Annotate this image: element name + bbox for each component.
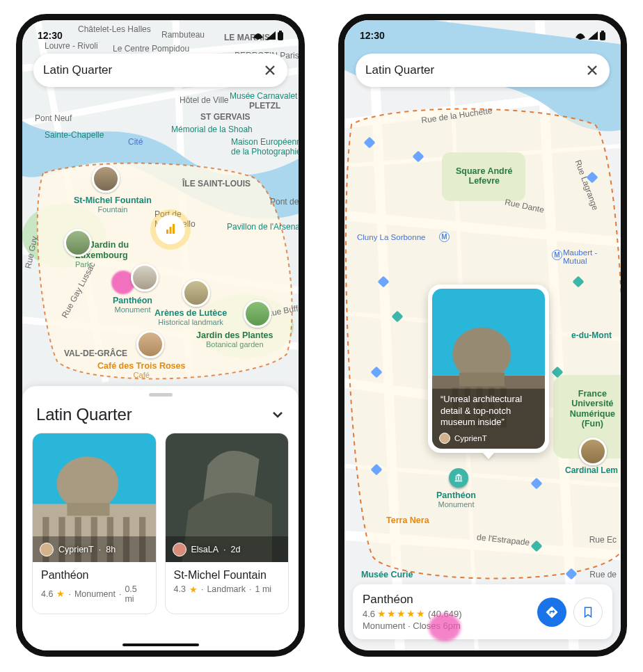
place-card-fountain[interactable]: ElsaLA · 2d St-Michel Fountain 4.3 ★· La… [165, 433, 289, 614]
poi-label-terra[interactable]: Terra Nera [386, 515, 429, 525]
sheet-title: Latin Quarter [36, 405, 132, 424]
card-meta: 4.6 ★· Monument· 0.5 mi [41, 584, 148, 604]
card-body: Panthéon 4.6 ★· Monument· 0.5 mi [33, 562, 156, 614]
card-image: ElsaLA · 2d [166, 433, 289, 562]
detail-main: Panthéon 4.6 ★★★★★ (40,649) Monument · C… [363, 593, 530, 631]
status-bar: 12:30 [344, 20, 621, 47]
map-label: Rue de [589, 570, 617, 579]
metro-icon[interactable]: M [552, 250, 562, 260]
card-title: St-Michel Fountain [174, 569, 280, 582]
directions-button[interactable] [537, 598, 566, 627]
status-bar: 12:30 [22, 20, 299, 47]
svg-rect-6 [170, 227, 172, 234]
metro-icon[interactable]: M [439, 232, 450, 242]
signal-icon [266, 31, 276, 40]
search-bar[interactable]: Latin Quarter [356, 54, 610, 87]
card-dist: 0.5 mi [125, 584, 147, 604]
poi-pin-cardinal[interactable] [579, 438, 607, 465]
search-bar[interactable]: Latin Quarter [33, 54, 287, 87]
map-label: Cité [128, 137, 143, 147]
wifi-icon [575, 31, 586, 40]
poi-label-pantheon[interactable]: PanthéonMonument [113, 296, 152, 314]
trending-pin[interactable] [156, 215, 185, 244]
map-label: Hôtel de Ville [180, 95, 229, 105]
map-label: ÎLE SAINT-LOUIS [182, 179, 251, 189]
map-label: Cardinal Lem [565, 465, 618, 475]
svg-rect-23 [601, 31, 604, 32]
card-rating: 4.6 [41, 589, 53, 599]
popup-quote: “Unreal architectural detail & top-notch… [440, 394, 538, 428]
card-type: Landmark [207, 584, 246, 594]
poi-label-st-michel[interactable]: St-Michel FountainFountain [74, 195, 152, 214]
detail-type: Monument [363, 621, 405, 631]
map-label: e-du-Mont [571, 330, 612, 340]
poi-pin-st-michel-sculpt[interactable] [92, 165, 120, 193]
status-icons [575, 31, 605, 40]
card-author-age: 2d [231, 545, 241, 554]
close-icon[interactable] [585, 63, 600, 78]
popup-tail [482, 452, 495, 459]
phone-frame-left: 12:30 Châtelet-Les Halles Louvre - Riv [16, 14, 305, 657]
status-time: 12:30 [360, 30, 385, 41]
poi-label-pantheon[interactable]: PanthéonMonument [436, 490, 476, 509]
pantheon-pin[interactable] [449, 468, 468, 488]
map-label: Musée Carnavalet [230, 91, 297, 101]
place-popup[interactable]: “Unreal architectural detail & top-notch… [428, 285, 549, 453]
svg-rect-1 [279, 31, 282, 32]
map-label: Pont Neuf [35, 113, 72, 123]
card-title: Panthéon [41, 569, 148, 582]
poi-label-plantes[interactable]: Jardin des PlantesBotanical garden [196, 330, 273, 349]
bottom-sheet[interactable]: Latin Quarter CyprienT [22, 386, 299, 650]
map-label: Sainte-Chapelle [45, 130, 104, 140]
poi-label-curie[interactable]: Musée Curie [361, 570, 413, 579]
metro-label[interactable]: Maubert - Mutual [563, 248, 621, 265]
poi-label-cafe[interactable]: Café des Trois RosesCafé [97, 361, 185, 380]
card-author: CyprienT · 8h [40, 543, 116, 557]
avatar [40, 543, 54, 557]
card-author: ElsaLA · 2d [173, 543, 241, 557]
svg-rect-5 [166, 230, 168, 234]
phone-frame-right: 12:30 Rue de la [338, 14, 627, 657]
battery-icon [278, 31, 283, 40]
card-author-name: ElsaLA [191, 545, 219, 554]
card-author-name: CyprienT [58, 545, 94, 554]
detail-rating-row: 4.6 ★★★★★ (40,649) [363, 608, 530, 619]
star-icon: ★★★★★ [377, 608, 426, 619]
poi-pin-pantheon[interactable] [131, 264, 159, 291]
place-card-pantheon[interactable]: CyprienT · 8h Panthéon 4.6 ★· Monument· … [32, 433, 157, 614]
svg-point-10 [57, 456, 119, 511]
card-meta: 4.3 ★· Landmark· 1 mi [174, 584, 280, 595]
metro-label[interactable]: Cluny La Sorbonne [357, 233, 425, 241]
signal-icon [588, 31, 598, 40]
chevron-down-icon[interactable] [271, 408, 285, 422]
popup-author-name: CyprienT [454, 434, 487, 442]
card-image: CyprienT · 8h [33, 433, 156, 562]
detail-title: Panthéon [363, 593, 530, 607]
star-icon: ★ [56, 589, 65, 599]
place-detail-card[interactable]: Panthéon 4.6 ★★★★★ (40,649) Monument · C… [353, 584, 612, 639]
map-label: PLETZL [249, 101, 280, 111]
map-label: Mémorial de la Shoah [171, 125, 253, 134]
avatar [173, 543, 186, 557]
map-canvas[interactable]: Rue de la Huchette Square André Lefevre … [344, 20, 621, 650]
poi-pin-plantes[interactable] [244, 300, 271, 328]
poi-label-univ[interactable]: France Université Numérique (Fun) [570, 389, 615, 429]
close-icon[interactable] [262, 63, 278, 78]
poi-pin-cafe[interactable] [136, 330, 164, 358]
poi-label-arenes[interactable]: Arènes de LutèceHistorical landmark [154, 308, 227, 327]
star-icon: ★ [189, 584, 198, 595]
card-dist: 1 mi [255, 584, 271, 594]
drag-handle[interactable] [149, 393, 173, 397]
map-label: Maison Européenne de la Photographie [231, 137, 305, 157]
popup-author: CyprienT [439, 433, 487, 444]
focus-dot [429, 614, 461, 641]
save-button[interactable] [573, 598, 603, 627]
poi-pin-arenes[interactable] [182, 279, 210, 307]
status-icons [253, 31, 283, 40]
nav-handle [122, 643, 199, 646]
poi-pin-luxembourg[interactable] [64, 229, 92, 257]
card-author-age: 8h [106, 545, 116, 554]
poi-label-square[interactable]: Square André Lefevre [456, 166, 513, 186]
map-label: ST GERVAIS [200, 112, 251, 122]
sheet-header: Latin Quarter [32, 402, 289, 433]
